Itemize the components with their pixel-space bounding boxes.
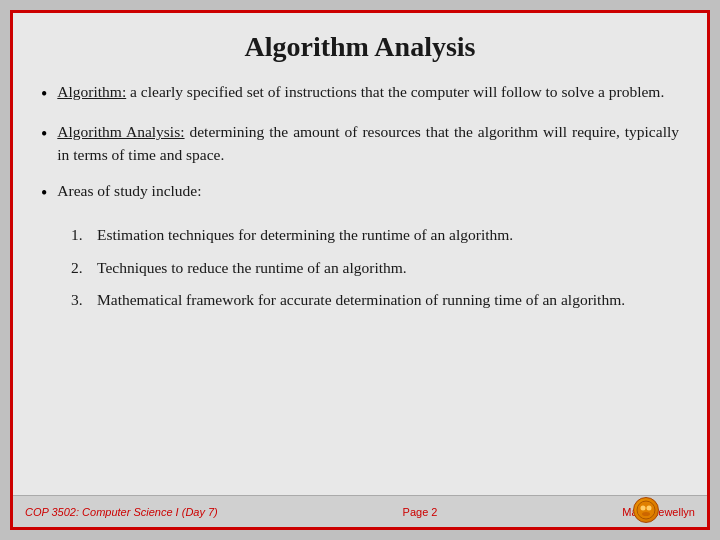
num-label-3: 3. bbox=[71, 289, 89, 311]
content-area: • Algorithm: a clearly specified set of … bbox=[41, 81, 679, 487]
bullet-text-2: Algorithm Analysis: determining the amou… bbox=[57, 121, 679, 166]
svg-point-0 bbox=[637, 501, 655, 519]
slide: Algorithm Analysis • Algorithm: a clearl… bbox=[10, 10, 710, 530]
bullet-item-2: • Algorithm Analysis: determining the am… bbox=[41, 121, 679, 166]
num-label-1: 1. bbox=[71, 224, 89, 246]
num-text-1: Estimation techniques for determining th… bbox=[97, 224, 513, 246]
logo-icon bbox=[633, 497, 659, 523]
numbered-item-3: 3. Mathematical framework for accurate d… bbox=[71, 289, 679, 311]
bullet-dot-1: • bbox=[41, 82, 47, 107]
logo-circle bbox=[633, 497, 659, 523]
svg-point-2 bbox=[647, 506, 652, 511]
bullet-item-1: • Algorithm: a clearly specified set of … bbox=[41, 81, 679, 107]
slide-title: Algorithm Analysis bbox=[41, 31, 679, 63]
num-text-3: Mathematical framework for accurate dete… bbox=[97, 289, 625, 311]
num-text-2: Techniques to reduce the runtime of an a… bbox=[97, 257, 407, 279]
svg-point-3 bbox=[642, 512, 650, 516]
numbered-item-1: 1. Estimation techniques for determining… bbox=[71, 224, 679, 246]
bullet-dot-2: • bbox=[41, 122, 47, 147]
footer-left: COP 3502: Computer Science I (Day 7) bbox=[25, 506, 218, 518]
bullet-text-3: Areas of study include: bbox=[57, 180, 201, 202]
bullet-dot-3: • bbox=[41, 181, 47, 206]
bullet-1-body: a clearly specified set of instructions … bbox=[126, 83, 664, 100]
svg-point-1 bbox=[641, 506, 646, 511]
numbered-list: 1. Estimation techniques for determining… bbox=[71, 224, 679, 311]
bullet-text-1: Algorithm: a clearly specified set of in… bbox=[57, 81, 664, 103]
bullet-item-3: • Areas of study include: bbox=[41, 180, 679, 206]
num-label-2: 2. bbox=[71, 257, 89, 279]
footer: COP 3502: Computer Science I (Day 7) Pag… bbox=[13, 495, 707, 527]
term-algorithm-analysis: Algorithm Analysis: bbox=[57, 123, 184, 140]
footer-center: Page 2 bbox=[403, 506, 438, 518]
numbered-item-2: 2. Techniques to reduce the runtime of a… bbox=[71, 257, 679, 279]
term-algorithm: Algorithm: bbox=[57, 83, 126, 100]
